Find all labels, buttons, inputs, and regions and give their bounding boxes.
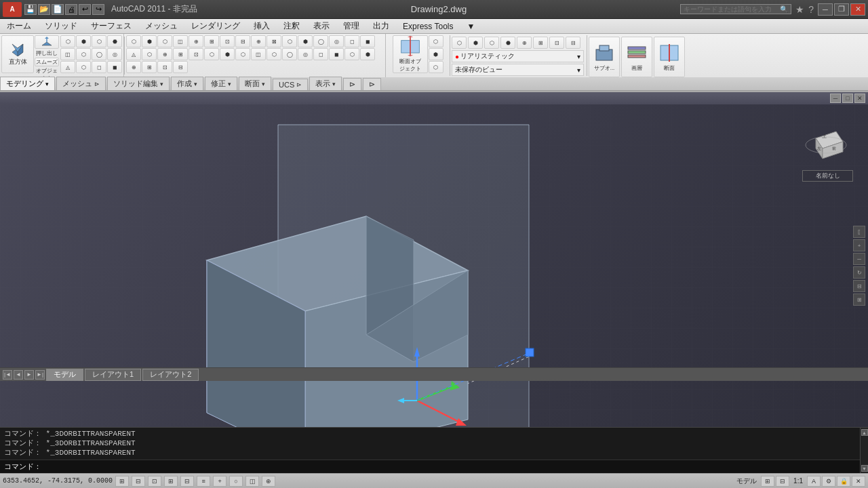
menu-insert[interactable]: 挿入 (247, 19, 277, 34)
window-controls[interactable]: ─ ❐ ✕ (818, 3, 865, 16)
inner-minimize[interactable]: ─ (830, 94, 841, 103)
tab-layout1[interactable]: レイアウト1 (85, 369, 141, 381)
osnap-btn[interactable]: ≡ (197, 476, 210, 487)
ribbon-btn-10[interactable]: ⬡ (76, 61, 91, 73)
tab-more1[interactable]: ⊳ (343, 78, 361, 90)
rb-a13[interactable]: ◯ (313, 35, 328, 47)
rb-a4[interactable]: ◫ (173, 35, 188, 47)
vc-zoom-in[interactable]: + (853, 239, 865, 251)
rb-a10[interactable]: ⊠ (267, 35, 281, 47)
rb-a5[interactable]: ⊕ (189, 35, 203, 47)
ribbon-btn-8[interactable]: ◎ (107, 48, 122, 60)
rb-b5[interactable]: ⬢ (220, 48, 235, 60)
rb-a18[interactable]: ⬡ (142, 48, 157, 60)
tab-mesh[interactable]: メッシュ⊳ (56, 77, 106, 90)
rb-b18[interactable]: ⊟ (173, 61, 188, 73)
clean-btn[interactable]: ✕ (852, 476, 865, 487)
help-icon[interactable]: ? (808, 4, 814, 15)
ribbon-btn-7[interactable]: ◯ (92, 48, 106, 60)
menu-home[interactable]: ホーム (0, 19, 38, 34)
rb-b10[interactable]: ◎ (298, 48, 313, 60)
lock-btn[interactable]: 🔒 (837, 476, 850, 487)
view-dropdown[interactable]: 未保存のビュー ▾ (452, 64, 584, 76)
rb-b17[interactable]: ⊡ (157, 61, 172, 73)
tab-modify[interactable]: 修正▾ (205, 77, 237, 90)
menu-view[interactable]: 表示 (307, 19, 336, 34)
search-icon[interactable]: 🔍 (780, 5, 788, 13)
ribbon-btn-9[interactable]: ◬ (60, 61, 75, 73)
vc-pan[interactable]: ⟦ (853, 226, 865, 238)
redo-icon[interactable]: ↪ (92, 4, 104, 15)
tab-display[interactable]: 表示▾ (309, 77, 342, 90)
menu-render[interactable]: レンダリング (184, 19, 247, 34)
section-button[interactable]: 断面オブジェクト (393, 35, 428, 73)
rb-b15[interactable]: ⊕ (126, 61, 141, 73)
snap-btn[interactable]: ⊡ (148, 476, 161, 487)
rb-b13[interactable]: ⬡ (344, 48, 359, 60)
vc-grid[interactable]: ⊞ (853, 293, 865, 306)
vc-zoom-out[interactable]: ─ (853, 253, 865, 265)
smooth-button[interactable]: スムーズ (35, 58, 59, 66)
command-scrollbar[interactable]: ▲ ▼ (860, 428, 868, 473)
rb-v8[interactable]: ⊟ (566, 37, 580, 49)
rb-b7[interactable]: ◫ (251, 48, 266, 60)
grid-btn[interactable]: ⊟ (132, 476, 145, 487)
layer-button[interactable]: 画層 (621, 37, 652, 77)
rb-sec1[interactable]: ⬡ (429, 35, 443, 47)
ducs-btn[interactable]: ○ (229, 476, 243, 487)
minimize-button[interactable]: ─ (818, 3, 833, 16)
tab-model[interactable]: モデル (46, 369, 83, 381)
rb-b2[interactable]: ⊞ (173, 48, 188, 60)
scroll-down[interactable]: ▼ (861, 465, 868, 472)
tab-section[interactable]: 断面▾ (239, 77, 271, 90)
rendering-dropdown[interactable]: ● リアリスティック ▾ (452, 50, 584, 62)
layout-nav-next[interactable]: ► (24, 370, 34, 380)
rb-a17[interactable]: ◬ (126, 48, 141, 60)
nav-cube-label[interactable]: 名前なし (802, 170, 853, 182)
section-view-button[interactable]: 断面 (654, 37, 685, 77)
tab-create[interactable]: 作成▾ (171, 77, 203, 90)
ribbon-btn-2[interactable]: ⬢ (76, 35, 91, 47)
undo-icon[interactable]: ↩ (79, 4, 91, 15)
scroll-up[interactable]: ▲ (861, 429, 868, 436)
inner-window-controls[interactable]: ─ □ ✕ (830, 94, 865, 103)
rb-a6[interactable]: ⊞ (204, 35, 219, 47)
close-button[interactable]: ✕ (850, 3, 865, 16)
ribbon-btn-3[interactable]: ⬡ (92, 35, 106, 47)
rb-b9[interactable]: ◯ (282, 48, 297, 60)
search-box[interactable]: 🔍 (680, 4, 791, 14)
command-input-row[interactable]: コマンド： (0, 460, 860, 473)
rb-a1[interactable]: ⬡ (126, 35, 141, 47)
rb-v1[interactable]: ⬡ (452, 37, 467, 49)
ribbon-btn-6[interactable]: ⬡ (76, 48, 91, 60)
model-indicator[interactable]: モデル (734, 476, 760, 486)
rb-a15[interactable]: ◻ (344, 35, 359, 47)
model-btn[interactable]: ⊞ (761, 476, 774, 487)
tab-solid-edit[interactable]: ソリッド編集▾ (107, 77, 170, 90)
restore-button[interactable]: ❐ (834, 3, 849, 16)
viewport-btn[interactable]: ⊟ (776, 476, 789, 487)
rb-b6[interactable]: ⬡ (235, 48, 250, 60)
tab-modeling[interactable]: モデリング▾ (0, 77, 55, 90)
menu-output[interactable]: 出力 (366, 19, 396, 34)
layout-nav-last[interactable]: ►| (35, 370, 45, 380)
rb-v5[interactable]: ⊕ (517, 37, 532, 49)
ribbon-btn-11[interactable]: ◻ (92, 61, 106, 73)
ribbon-btn-12[interactable]: ◼ (107, 61, 122, 73)
box-button[interactable]: 直方体 (1, 35, 34, 73)
menu-surface[interactable]: サーフェス (84, 19, 138, 34)
rb-b1[interactable]: ⊕ (157, 48, 172, 60)
rb-b11[interactable]: ◻ (313, 48, 328, 60)
rb-v2[interactable]: ⬢ (468, 37, 483, 49)
tab-layout2[interactable]: レイアウト2 (142, 369, 199, 381)
tab-ucs[interactable]: UCS⊳ (273, 79, 308, 90)
annotation-btn[interactable]: A (807, 476, 821, 487)
layout-nav-prev[interactable]: ◄ (14, 370, 23, 380)
vc-orbit[interactable]: ↻ (853, 266, 865, 279)
rb-sec2[interactable]: ⬢ (429, 48, 443, 60)
ws-btn[interactable]: ⚙ (822, 476, 835, 487)
menu-express-tools[interactable]: Express Tools (396, 19, 460, 34)
rb-a8[interactable]: ⊟ (235, 35, 250, 47)
rb-v4[interactable]: ⬣ (500, 37, 515, 49)
menu-mesh[interactable]: メッシュ (138, 19, 184, 34)
